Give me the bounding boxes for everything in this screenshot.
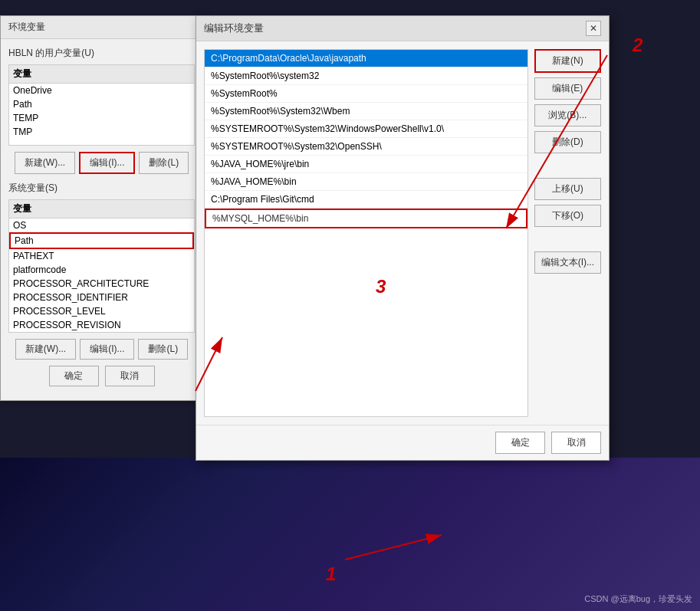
system-table-body: OS Path PATHEXT platformcode PROCESSOR_A… — [9, 218, 194, 332]
user-new-button[interactable]: 新建(W)... — [15, 152, 75, 174]
background-decoration — [0, 458, 700, 611]
dialog-new-button[interactable]: 新建(N) — [534, 49, 601, 73]
system-var-table: 变量 OS Path PATHEXT platformcode — [8, 199, 195, 333]
user-edit-button[interactable]: 编辑(I)... — [79, 152, 135, 174]
dialog-delete-button[interactable]: 删除(D) — [534, 131, 601, 153]
system-var-row-pathext[interactable]: PATHEXT — [9, 249, 194, 263]
user-var-row-onedrive[interactable]: OneDrive — [9, 84, 194, 97]
system-var-value-platformcode — [102, 264, 191, 275]
dialog-close-button[interactable]: ✕ — [586, 21, 601, 36]
user-table-buttons: 新建(W)... 编辑(I)... 删除(L) — [8, 152, 195, 174]
system-var-name-path: Path — [15, 235, 102, 246]
system-delete-button[interactable]: 删除(L) — [138, 339, 188, 360]
system-section-label: 系统变量(S) — [8, 182, 195, 195]
system-header-col2 — [102, 202, 191, 215]
dialog-title: 编辑环境变量 — [204, 21, 264, 35]
dialog-edit-button[interactable]: 编辑(E) — [534, 77, 601, 100]
user-var-value-tmp — [102, 126, 191, 137]
user-var-row-temp[interactable]: TEMP — [9, 111, 194, 125]
env-variables-window: 环境变量 HBLN 的用户变量(U) 变量 OneDrive Path TEMP — [0, 15, 203, 401]
user-var-name-path: Path — [13, 99, 102, 110]
system-var-name-proc-arch: PROCESSOR_ARCHITECTURE — [13, 278, 102, 289]
env-cancel-button[interactable]: 取消 — [105, 366, 155, 386]
dialog-body: C:\ProgramData\Oracle\Java\javapath %Sys… — [196, 41, 609, 425]
env-window-body: HBLN 的用户变量(U) 变量 OneDrive Path TEMP — [1, 39, 202, 400]
dialog-action-buttons: 新建(N) 编辑(E) 浏览(B)... 删除(D) 上移(U) 下移(O) 编… — [534, 49, 601, 417]
dialog-ok-button[interactable]: 确定 — [495, 432, 545, 454]
env-window-title: 环境变量 — [1, 16, 202, 39]
system-new-button[interactable]: 新建(W)... — [15, 339, 76, 360]
system-var-value-proc-arch — [102, 278, 191, 289]
env-ok-button[interactable]: 确定 — [49, 366, 99, 386]
system-var-name-proc-rev: PROCESSOR_REVISION — [13, 320, 102, 330]
path-item-javapath[interactable]: C:\ProgramData\Oracle\Java\javapath — [205, 50, 527, 67]
user-var-table: 变量 OneDrive Path TEMP TMP — [8, 64, 195, 146]
dialog-edit-text-button[interactable]: 编辑文本(I)... — [534, 251, 601, 274]
user-table-header: 变量 — [9, 65, 194, 84]
watermark: CSDN @远离bug，珍爱头发 — [584, 593, 692, 605]
user-delete-button[interactable]: 删除(L) — [139, 152, 189, 174]
user-table-body: OneDrive Path TEMP TMP — [9, 84, 194, 145]
system-var-row-proc-rev[interactable]: PROCESSOR_REVISION — [9, 318, 194, 332]
system-var-name-proc-level: PROCESSOR_LEVEL — [13, 306, 102, 317]
annotation-2: 2 — [633, 34, 642, 56]
system-var-value-proc-rev — [102, 320, 191, 330]
system-var-value-pathext — [102, 251, 191, 261]
system-var-value-path — [102, 235, 189, 246]
path-item-system32[interactable]: %SystemRoot%\system32 — [205, 67, 527, 85]
dialog-move-up-button[interactable]: 上移(U) — [534, 178, 601, 200]
system-var-row-os[interactable]: OS — [9, 218, 194, 232]
path-item-git-cmd[interactable]: C:\Program Files\Git\cmd — [205, 191, 527, 209]
system-var-value-os — [102, 220, 191, 231]
path-item-mysql[interactable]: %MYSQL_HOME%\bin — [205, 209, 527, 228]
system-table-buttons: 新建(W)... 编辑(I)... 删除(L) — [8, 339, 195, 360]
system-var-name-os: OS — [13, 220, 102, 231]
system-var-value-proc-id — [102, 292, 191, 303]
user-var-value-temp — [102, 113, 191, 123]
user-var-name-temp: TEMP — [13, 113, 102, 123]
system-var-row-path[interactable]: Path — [9, 232, 194, 249]
system-var-name-platformcode: platformcode — [13, 264, 102, 275]
dialog-cancel-button[interactable]: 取消 — [551, 432, 601, 454]
path-item-java-jre-bin[interactable]: %JAVA_HOME%\jre\bin — [205, 156, 527, 173]
user-var-name-tmp: TMP — [13, 126, 102, 137]
system-var-value-proc-level — [102, 306, 191, 317]
system-var-row-platformcode[interactable]: platformcode — [9, 263, 194, 277]
system-var-row-proc-id[interactable]: PROCESSOR_IDENTIFIER — [9, 291, 194, 304]
system-var-row-proc-level[interactable]: PROCESSOR_LEVEL — [9, 304, 194, 318]
system-var-name-proc-id: PROCESSOR_IDENTIFIER — [13, 292, 102, 303]
user-var-value-path — [102, 99, 191, 110]
dialog-bottom-buttons: 确定 取消 — [196, 425, 609, 460]
path-list[interactable]: C:\ProgramData\Oracle\Java\javapath %Sys… — [204, 49, 528, 417]
system-table-header: 变量 — [9, 200, 194, 218]
dialog-move-down-button[interactable]: 下移(O) — [534, 205, 601, 227]
dialog-titlebar: 编辑环境变量 ✕ — [196, 16, 609, 41]
edit-dialog: 编辑环境变量 ✕ C:\ProgramData\Oracle\Java\java… — [196, 15, 610, 461]
path-item-openssh[interactable]: %SYSTEMROOT%\System32\OpenSSH\ — [205, 138, 527, 156]
user-var-value-onedrive — [102, 85, 191, 96]
path-item-wbem[interactable]: %SystemRoot%\System32\Wbem — [205, 103, 527, 120]
system-header-col1: 变量 — [13, 202, 102, 215]
user-section-label: HBLN 的用户变量(U) — [8, 47, 195, 60]
path-item-powershell[interactable]: %SYSTEMROOT%\System32\WindowsPowerShell\… — [205, 120, 527, 138]
user-var-name-onedrive: OneDrive — [13, 85, 102, 96]
user-header-col2 — [102, 67, 191, 80]
user-var-row-tmp[interactable]: TMP — [9, 125, 194, 139]
path-item-java-bin[interactable]: %JAVA_HOME%\bin — [205, 173, 527, 191]
system-var-row-proc-arch[interactable]: PROCESSOR_ARCHITECTURE — [9, 277, 194, 291]
path-item-systemroot[interactable]: %SystemRoot% — [205, 85, 527, 103]
system-edit-button[interactable]: 编辑(I)... — [80, 339, 134, 360]
dialog-browse-button[interactable]: 浏览(B)... — [534, 104, 601, 126]
user-var-row-path[interactable]: Path — [9, 97, 194, 111]
system-var-name-pathext: PATHEXT — [13, 251, 102, 261]
user-header-col1: 变量 — [13, 67, 102, 80]
